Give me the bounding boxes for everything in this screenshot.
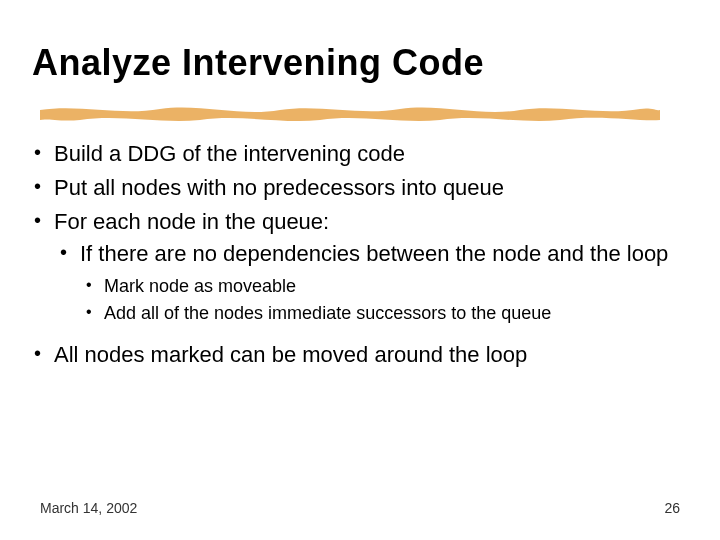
slide: Analyze Intervening Code Build a DDG of … bbox=[0, 0, 720, 540]
bullet-item: Put all nodes with no predecessors into … bbox=[28, 174, 688, 202]
slide-footer: March 14, 2002 26 bbox=[40, 500, 680, 516]
bullet-sublist: If there are no dependencies between the… bbox=[54, 240, 688, 324]
title-wrap: Analyze Intervening Code bbox=[32, 44, 688, 82]
bullet-item: For each node in the queue: If there are… bbox=[28, 208, 688, 324]
footer-page-number: 26 bbox=[664, 500, 680, 516]
bullet-item: Add all of the nodes immediate successor… bbox=[80, 302, 688, 325]
bullet-text: Mark node as moveable bbox=[104, 276, 296, 296]
bullet-text: For each node in the queue: bbox=[54, 209, 329, 234]
bullet-list: Build a DDG of the intervening code Put … bbox=[28, 140, 688, 369]
bullet-text: All nodes marked can be moved around the… bbox=[54, 342, 527, 367]
title-underline bbox=[40, 102, 660, 124]
slide-title: Analyze Intervening Code bbox=[32, 44, 688, 82]
slide-body: Build a DDG of the intervening code Put … bbox=[28, 140, 688, 375]
footer-date: March 14, 2002 bbox=[40, 500, 137, 516]
bullet-text: If there are no dependencies between the… bbox=[80, 241, 668, 266]
bullet-item: All nodes marked can be moved around the… bbox=[28, 341, 688, 369]
bullet-item: Build a DDG of the intervening code bbox=[28, 140, 688, 168]
bullet-text: Add all of the nodes immediate successor… bbox=[104, 303, 551, 323]
bullet-subsublist: Mark node as moveable Add all of the nod… bbox=[80, 275, 688, 325]
bullet-item: Mark node as moveable bbox=[80, 275, 688, 298]
bullet-text: Build a DDG of the intervening code bbox=[54, 141, 405, 166]
bullet-item: If there are no dependencies between the… bbox=[54, 240, 688, 324]
bullet-text: Put all nodes with no predecessors into … bbox=[54, 175, 504, 200]
